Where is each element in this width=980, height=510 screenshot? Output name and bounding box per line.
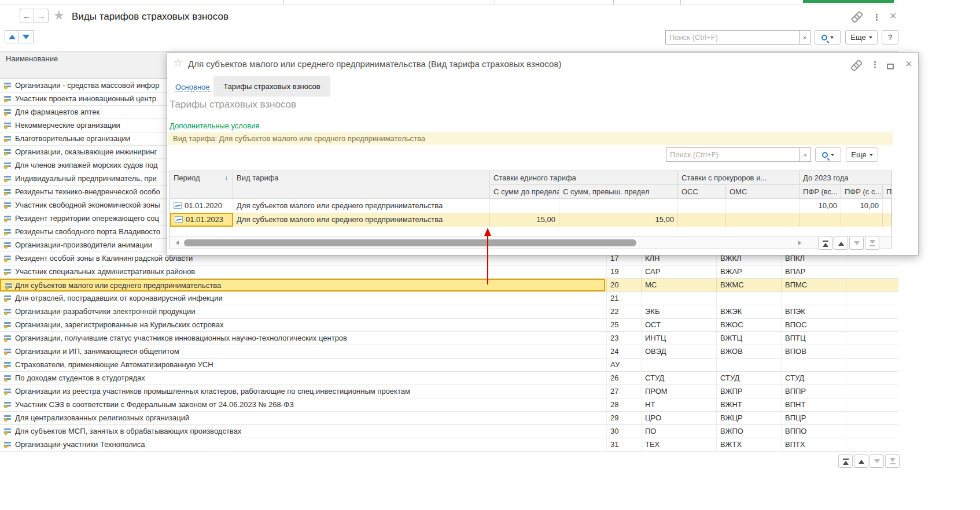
scroll-left-icon[interactable] (174, 241, 179, 245)
catalog-item-icon (4, 82, 12, 89)
search-button[interactable] (815, 30, 841, 45)
forward-button[interactable]: → (34, 9, 49, 23)
tab-tariffs[interactable]: Тарифы страховых взносов (213, 76, 330, 97)
go-last-button[interactable] (885, 454, 900, 468)
window-tab-divider (613, 0, 614, 5)
dialog-horizontal-scrollbar[interactable] (170, 236, 891, 249)
list-item[interactable]: Организации, зарегистрированные на Курил… (0, 319, 898, 332)
move-up-button[interactable] (5, 30, 19, 43)
table-row[interactable]: 01.01.2020Для субъектов малого или средн… (170, 199, 891, 213)
col-header-pfr-total[interactable]: ПФР (вс... (800, 185, 841, 199)
dialog-get-link-icon[interactable] (850, 60, 860, 73)
back-button[interactable]: ← (20, 9, 34, 23)
dialog-search-clear-button[interactable]: × (800, 147, 811, 162)
item-code-3: ВПТЦ (781, 332, 845, 345)
move-down-button[interactable] (19, 30, 34, 43)
item-code: 22 (606, 305, 640, 318)
list-item[interactable]: Для централизованных религиозных организ… (0, 412, 898, 425)
dialog-more-menu-icon[interactable]: ⋮ (871, 60, 879, 70)
item-code-1: ПРОМ (641, 385, 715, 398)
list-item[interactable]: Участник специальных административных ра… (0, 265, 898, 279)
col-header-period[interactable]: Период ↓ (170, 171, 233, 199)
dialog-search-input[interactable] (666, 147, 800, 162)
item-code-2: ВЖТХ (716, 438, 780, 451)
go-previous-button[interactable] (854, 454, 868, 468)
go-previous-button[interactable] (834, 236, 848, 250)
get-link-icon[interactable] (850, 12, 861, 24)
scrollbar-thumb[interactable] (184, 239, 636, 246)
col-header-oms[interactable]: ОМС (726, 185, 800, 199)
catalog-item-icon (4, 268, 12, 275)
go-last-button[interactable] (865, 236, 879, 250)
dialog-search-button[interactable] (815, 147, 841, 162)
more-actions-button[interactable]: Еще (845, 30, 878, 45)
cell-period: 01.01.2020 (170, 199, 233, 213)
red-annotation-arrow (482, 227, 493, 287)
active-window-tab-indicator[interactable] (803, 0, 894, 3)
list-item[interactable]: Для субъектов малого или среднего предпр… (0, 279, 898, 292)
col-header-oss[interactable]: ОСС (678, 185, 726, 199)
list-item[interactable]: Организации и ИП, занимающиеся общепитом… (0, 345, 898, 359)
go-first-button[interactable] (818, 236, 832, 250)
catalog-item-icon (4, 388, 12, 395)
item-code-3: ВППР (781, 385, 845, 398)
table-row[interactable]: 01.01.2023Для субъектов малого или средн… (170, 213, 891, 227)
go-next-button[interactable] (849, 236, 864, 250)
list-item[interactable]: По доходам студентов в студотрядах26СТУД… (0, 372, 898, 385)
search-input[interactable] (665, 30, 800, 45)
item-code: 19 (606, 265, 640, 278)
col-group-unified-rates[interactable]: Ставки единого тарифа (490, 171, 678, 185)
col-header-under-limit[interactable]: С сумм до предела (490, 185, 559, 199)
cell-over (559, 199, 678, 213)
list-item[interactable]: Организации, получившие статус участнико… (0, 332, 898, 345)
go-next-button[interactable] (870, 454, 884, 468)
window-tab-divider (283, 0, 284, 5)
col-header-over-limit[interactable]: С сумм, превыш. предел (559, 185, 678, 199)
col-header-kind[interactable]: Вид тарифа (233, 171, 490, 199)
list-item[interactable]: Организации-разработчики электронной про… (0, 305, 898, 319)
item-code-3: ВПТХ (781, 438, 845, 451)
item-code-3: ВПАР (781, 265, 845, 278)
item-extra (846, 319, 897, 331)
list-item[interactable]: Организации-участники Технополиса31ТЕХВЖ… (0, 438, 898, 452)
main-search: × (665, 30, 810, 45)
dialog-close-icon[interactable]: × (905, 57, 912, 71)
item-code-1: НТ (641, 398, 715, 411)
dialog-maximize-icon[interactable] (887, 61, 894, 72)
item-code-2: ВЖАР (716, 265, 780, 278)
catalog-item-icon (4, 401, 12, 408)
search-clear-button[interactable]: × (800, 30, 810, 45)
col-header-pfr-cut[interactable]: ПФ (883, 185, 891, 199)
catalog-item-icon (5, 283, 13, 290)
up-arrow-icon (9, 31, 16, 39)
catalog-item-icon (4, 415, 12, 422)
item-code-1 (641, 292, 715, 305)
item-extra (846, 398, 897, 411)
item-code-1: ПО (641, 425, 715, 438)
list-item[interactable]: Для отраслей, пострадавших от коронавиру… (0, 292, 898, 305)
catalog-item-icon (4, 162, 12, 169)
list-item[interactable]: Организации из реестра участников промыш… (0, 385, 898, 398)
scroll-right-icon[interactable] (798, 241, 804, 245)
list-item[interactable]: Для субъектов МСП, занятых в обрабатываю… (0, 425, 898, 438)
favorite-star-outline-icon[interactable]: ☆ (173, 56, 183, 69)
more-menu-icon[interactable]: ⋮ (872, 12, 881, 23)
favorite-star-icon[interactable]: ★ (53, 8, 65, 23)
close-window-icon[interactable]: × (890, 9, 897, 23)
catalog-item-icon (4, 428, 12, 435)
additional-conditions-link[interactable]: Дополнительные условия (170, 121, 260, 130)
col-group-before-2023[interactable]: До 2023 года (800, 171, 891, 185)
tab-main[interactable]: Основное (175, 83, 210, 92)
catalog-item-icon (4, 335, 12, 342)
go-first-button[interactable] (838, 454, 853, 468)
col-group-prosecutors[interactable]: Ставки с прокуроров и... (678, 171, 800, 185)
col-header-pfr-over[interactable]: ПФР (с с... (841, 185, 883, 199)
dialog-more-actions-button[interactable]: Еще (846, 147, 878, 162)
catalog-item-icon (4, 149, 12, 156)
list-item[interactable]: Участник СЭЗ в соответствии с Федеральны… (0, 398, 898, 412)
item-code-3: ВППО (781, 425, 845, 438)
help-button[interactable]: ? (882, 30, 898, 45)
item-code-3: ВПЦР (781, 412, 845, 424)
column-header-name[interactable]: Наименование (6, 54, 58, 63)
list-item[interactable]: Страхователи, применяющие Автоматизирова… (0, 359, 898, 372)
